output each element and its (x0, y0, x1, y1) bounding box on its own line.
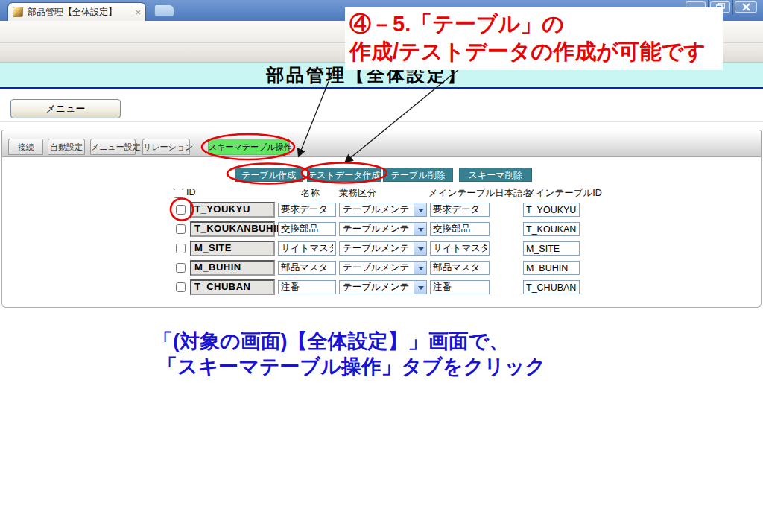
name-input[interactable] (278, 280, 336, 294)
name-input[interactable] (278, 241, 336, 256)
row-checkbox[interactable] (176, 282, 186, 292)
tab-menu-config[interactable]: メニュー設定 (90, 139, 136, 155)
main-table-jp-input[interactable] (430, 222, 490, 236)
tab-auto-config[interactable]: 自動設定 (48, 139, 85, 155)
row-checkbox[interactable] (176, 205, 186, 215)
main-table-jp-input[interactable] (430, 261, 490, 275)
new-tab-button[interactable] (154, 4, 174, 16)
main-table-jp-input[interactable] (430, 241, 490, 256)
row-checkbox[interactable] (176, 224, 186, 234)
chevron-down-icon[interactable] (414, 281, 426, 294)
category-select[interactable]: テーブルメンテ (339, 241, 427, 256)
category-select[interactable]: テーブルメンテ (339, 261, 427, 275)
select-all-checkbox[interactable] (174, 189, 183, 198)
screenshot-root: 部品管理【全体設定】 × (0, 0, 763, 532)
tab-schema-table[interactable]: スキーマテーブル操作 (208, 139, 290, 155)
chevron-down-icon[interactable] (414, 242, 426, 255)
caption-line-1: 「(対象の画面)【全体設定】」画面で、 (153, 329, 545, 354)
close-button[interactable] (735, 1, 757, 13)
category-select-value: テーブルメンテ (343, 204, 409, 215)
browser-tab-title: 部品管理【全体設定】 (28, 6, 132, 19)
page-tabstrip: 接続 自動設定 メニュー設定 リレーション スキーマテーブル操作 (1, 130, 762, 157)
divider-line (0, 121, 763, 122)
chevron-down-icon[interactable] (414, 223, 426, 235)
category-select-value: テーブルメンテ (343, 262, 409, 273)
favicon (13, 7, 23, 17)
caption-line-2: 「スキーマテーブル操作」タブをクリック (153, 354, 545, 379)
tab-relation[interactable]: リレーション (142, 139, 190, 155)
name-input[interactable] (278, 261, 336, 275)
annotation-callout: ④－5.「テーブル」の 作成/テストデータの作成が可能です (345, 7, 723, 70)
tab-close-icon[interactable]: × (135, 7, 141, 17)
column-header-category: 業務区分 (339, 187, 376, 200)
category-select-value: テーブルメンテ (343, 243, 409, 253)
table-id-label: T_CHUBAN (190, 279, 275, 295)
category-select[interactable]: テーブルメンテ (339, 203, 427, 217)
main-table-id-input[interactable] (523, 261, 580, 275)
category-select-value: テーブルメンテ (343, 282, 409, 292)
callout-line-1: ④－5.「テーブル」の (349, 10, 718, 38)
delete-table-button[interactable]: テーブル削除 (383, 168, 453, 182)
category-select[interactable]: テーブルメンテ (339, 280, 427, 294)
main-table-id-input[interactable] (523, 241, 580, 256)
table-id-label: M_BUHIN (190, 260, 275, 276)
table-id-label: T_KOUKANBUHIN (190, 221, 275, 237)
row-checkbox[interactable] (176, 263, 186, 273)
row-checkbox[interactable] (176, 244, 186, 253)
main-table-id-input[interactable] (523, 222, 580, 236)
delete-schema-button[interactable]: スキーマ削除 (459, 168, 532, 182)
main-table-jp-input[interactable] (430, 203, 490, 217)
browser-tab[interactable]: 部品管理【全体設定】 × (7, 2, 146, 21)
table-id-label: T_YOUKYU (190, 202, 275, 218)
main-table-jp-input[interactable] (430, 280, 490, 294)
chevron-down-icon[interactable] (414, 262, 426, 274)
name-input[interactable] (278, 203, 336, 217)
window-button-divider (732, 0, 733, 15)
column-header-main-id: メインテーブルID (526, 187, 602, 200)
table-id-label: M_SITE (190, 241, 275, 256)
menu-button[interactable]: メニュー (10, 99, 121, 118)
chevron-down-icon[interactable] (414, 203, 426, 216)
create-table-button[interactable]: テーブル作成 (235, 168, 303, 182)
column-header-name: 名称 (301, 187, 320, 200)
header-rule (0, 87, 763, 89)
tab-connection[interactable]: 接続 (8, 139, 43, 155)
create-test-data-button[interactable]: テストデータ作成 (307, 168, 381, 182)
callout-line-2: 作成/テストデータの作成が可能です (349, 38, 718, 66)
annotation-caption: 「(対象の画面)【全体設定】」画面で、 「スキーマテーブル操作」タブをクリック (153, 329, 545, 379)
main-table-id-input[interactable] (523, 203, 580, 217)
name-input[interactable] (278, 222, 336, 236)
category-select-value: テーブルメンテ (343, 224, 409, 234)
main-table-id-input[interactable] (523, 280, 580, 294)
column-header-main-jp: メインテーブル日本語名 (428, 187, 532, 200)
category-select[interactable]: テーブルメンテ (339, 222, 427, 236)
close-icon (742, 3, 750, 11)
column-header-id: ID (186, 187, 196, 197)
